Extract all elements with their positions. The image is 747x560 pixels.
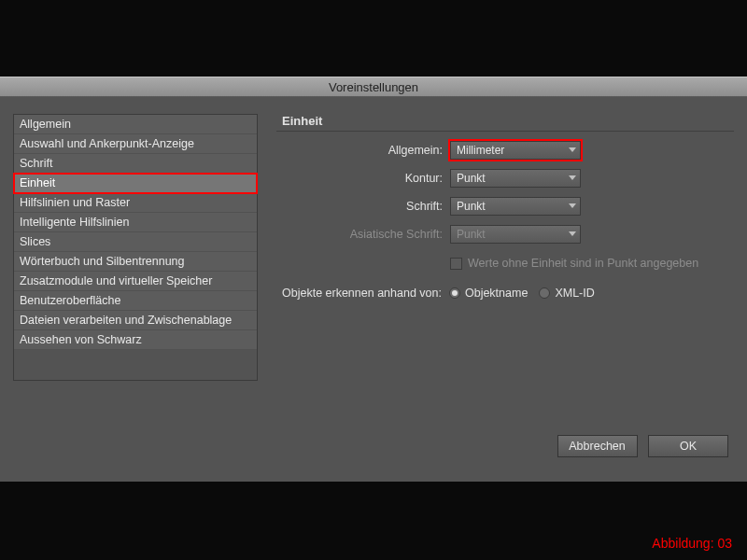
label-asian: Asiatische Schrift: (276, 228, 450, 241)
content-panel: Einheit Allgemein: Millimeter Kontur: Pu… (276, 114, 734, 300)
radio-objektname-label: Objektname (465, 287, 528, 300)
label-allgemein: Allgemein: (276, 144, 450, 157)
preferences-dialog: Allgemein Auswahl und Ankerpunkt-Anzeige… (0, 97, 747, 482)
sidebar-item-schwarz[interactable]: Aussehen von Schwarz (14, 330, 257, 350)
sidebar-item-allgemein[interactable]: Allgemein (14, 115, 257, 134)
sidebar-item-schrift[interactable]: Schrift (14, 154, 257, 174)
select-schrift-value: Punkt (457, 200, 486, 213)
sidebar-item-benutzeroberflaeche[interactable]: Benutzeroberfläche (14, 291, 257, 311)
checkbox-punkt-label: Werte ohne Einheit sind in Punkt angegeb… (468, 257, 698, 270)
cancel-button[interactable]: Abbrechen (557, 435, 638, 457)
row-radio-objects: Objekte erkennen anhand von: Objektname … (276, 287, 734, 300)
row-kontur: Kontur: Punkt (276, 169, 734, 188)
sidebar-item-einheit[interactable]: Einheit (14, 174, 257, 193)
chevron-down-icon (569, 203, 576, 208)
dialog-titlebar: Voreinstellungen (0, 77, 747, 97)
radio-xmlid-label: XML-ID (555, 287, 594, 300)
sidebar-item-dateien[interactable]: Dateien verarbeiten und Zwischenablage (14, 311, 257, 330)
select-asian: Punkt (450, 225, 581, 244)
row-allgemein: Allgemein: Millimeter (276, 141, 734, 160)
radio-objektname[interactable] (449, 287, 460, 299)
sidebar-item-intelligente[interactable]: Intelligente Hilfslinien (14, 213, 257, 232)
sidebar-item-hilfslinien[interactable]: Hilfslinien und Raster (14, 193, 257, 213)
radio-xmlid[interactable] (539, 287, 550, 299)
select-kontur[interactable]: Punkt (450, 169, 581, 188)
category-sidebar: Allgemein Auswahl und Ankerpunkt-Anzeige… (13, 114, 258, 381)
section-title: Einheit (276, 114, 734, 132)
row-asian: Asiatische Schrift: Punkt (276, 225, 734, 244)
chevron-down-icon (569, 231, 576, 236)
window-top-blank (0, 0, 747, 77)
label-schrift: Schrift: (276, 200, 450, 213)
window-bottom-blank: Abbildung: 03 (0, 482, 747, 560)
chevron-down-icon (569, 175, 576, 180)
label-kontur: Kontur: (276, 172, 450, 185)
row-checkbox-punkt: Werte ohne Einheit sind in Punkt angegeb… (450, 257, 734, 270)
radio-group-label: Objekte erkennen anhand von: (282, 287, 442, 300)
select-allgemein-value: Millimeter (457, 144, 504, 157)
select-allgemein[interactable]: Millimeter (450, 141, 581, 160)
row-schrift: Schrift: Punkt (276, 197, 734, 216)
figure-caption: Abbildung: 03 (652, 536, 732, 551)
select-kontur-value: Punkt (457, 172, 486, 185)
sidebar-item-slices[interactable]: Slices (14, 232, 257, 252)
select-schrift[interactable]: Punkt (450, 197, 581, 216)
dialog-buttons: Abbrechen OK (550, 435, 728, 457)
chevron-down-icon (569, 147, 576, 152)
sidebar-item-woerterbuch[interactable]: Wörterbuch und Silbentrennung (14, 252, 257, 272)
checkbox-punkt (450, 258, 462, 270)
select-asian-value: Punkt (457, 228, 486, 241)
ok-button[interactable]: OK (648, 435, 728, 457)
sidebar-item-auswahl[interactable]: Auswahl und Ankerpunkt-Anzeige (14, 134, 257, 154)
sidebar-item-zusatzmodule[interactable]: Zusatzmodule und virtueller Speicher (14, 272, 257, 291)
